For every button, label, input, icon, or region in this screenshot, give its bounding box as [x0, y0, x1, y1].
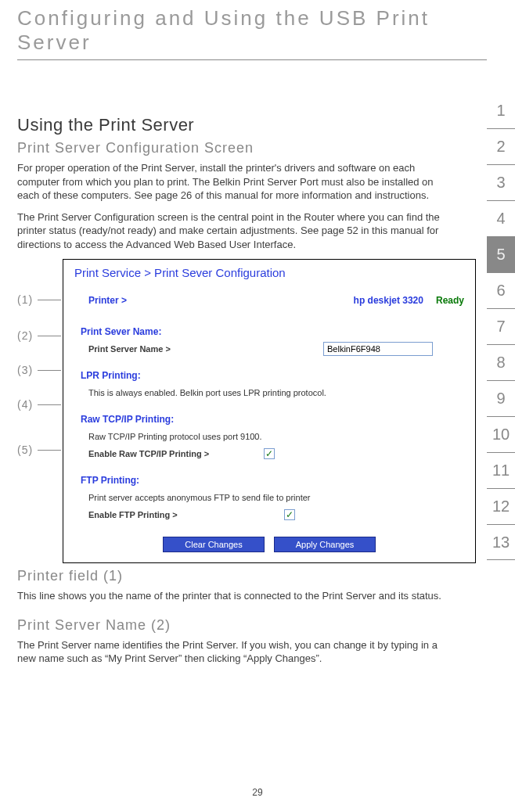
page-title: Configuring and Using the USB Print Serv…: [17, 6, 487, 60]
section-tab-13[interactable]: 13: [487, 524, 515, 560]
clear-changes-button[interactable]: Clear Changes: [163, 537, 265, 552]
section-tab-3[interactable]: 3: [487, 164, 515, 200]
callout-label: (4): [17, 398, 38, 411]
section-tab-10[interactable]: 10: [487, 416, 515, 452]
section-tab-9[interactable]: 9: [487, 380, 515, 416]
callout-4: (4): [17, 398, 61, 411]
section-tab-6[interactable]: 6: [487, 272, 515, 308]
callout-label: (3): [17, 364, 38, 376]
raw-header: Raw TCP/IP Printing:: [81, 414, 174, 425]
callout-line-icon: [38, 370, 61, 371]
printer-name: hp deskjet 3320: [354, 295, 423, 306]
psn-header: Print Sever Name:: [81, 326, 161, 337]
callout-line-icon: [38, 336, 61, 336]
raw-note: Raw TCP/IP Printing protocol uses port 9…: [88, 432, 262, 441]
callout-1: (1): [17, 293, 61, 306]
heading-printer-field: Printer field (1): [17, 568, 448, 584]
screenshot-panel: Print Service > Print Sever Configuratio…: [63, 259, 476, 563]
paragraph: This line shows you the name of the prin…: [17, 589, 448, 603]
heading-using-print-server: Using the Print Server: [17, 115, 448, 135]
section-tab-12[interactable]: 12: [487, 488, 515, 524]
printer-label: Printer >: [88, 295, 127, 306]
lpr-header: LPR Printing:: [81, 370, 141, 381]
paragraph: The Print Server name identifies the Pri…: [17, 638, 448, 666]
paragraph: For proper operation of the Print Server…: [17, 161, 448, 203]
apply-changes-button[interactable]: Apply Changes: [274, 537, 376, 552]
section-tab-1[interactable]: 1: [487, 92, 515, 128]
section-nav: 1 2 3 4 5 6 7 8 9 10 11 12 13: [487, 92, 515, 560]
ftp-enable-label: Enable FTP Printing >: [88, 510, 178, 519]
print-server-name-input[interactable]: [323, 342, 433, 356]
ftp-note: Print server accepts anonymous FTP to se…: [88, 493, 310, 502]
callout-line-icon: [38, 404, 61, 405]
callout-line-icon: [38, 300, 61, 300]
callout-5: (5): [17, 444, 61, 456]
lpr-note: This is always enabled. Belkin port uses…: [88, 388, 326, 397]
paragraph: The Print Server Configuration screen is…: [17, 210, 448, 252]
section-tab-4[interactable]: 4: [487, 200, 515, 236]
section-tab-7[interactable]: 7: [487, 308, 515, 344]
callout-label: (5): [17, 444, 38, 456]
page-number: 29: [0, 787, 515, 798]
psn-label: Print Server Name >: [88, 344, 171, 354]
ftp-header: FTP Printing:: [81, 475, 139, 486]
section-tab-2[interactable]: 2: [487, 128, 515, 164]
callout-3: (3): [17, 364, 61, 376]
callout-line-icon: [38, 450, 61, 451]
printer-status: Ready: [436, 295, 464, 306]
screenshot-breadcrumb: Print Service > Print Sever Configuratio…: [74, 266, 464, 279]
callout-label: (2): [17, 329, 38, 342]
raw-enable-label: Enable Raw TCP/IP Printing >: [88, 449, 209, 458]
section-tab-5[interactable]: 5: [487, 236, 515, 272]
heading-config-screen: Print Server Configuration Screen: [17, 140, 448, 156]
raw-enable-checkbox[interactable]: ✓: [264, 448, 275, 459]
heading-print-server-name: Print Server Name (2): [17, 617, 448, 634]
section-tab-8[interactable]: 8: [487, 344, 515, 380]
ftp-enable-checkbox[interactable]: ✓: [284, 509, 295, 520]
callout-label: (1): [17, 293, 38, 306]
callout-2: (2): [17, 329, 61, 342]
section-tab-11[interactable]: 11: [487, 452, 515, 488]
